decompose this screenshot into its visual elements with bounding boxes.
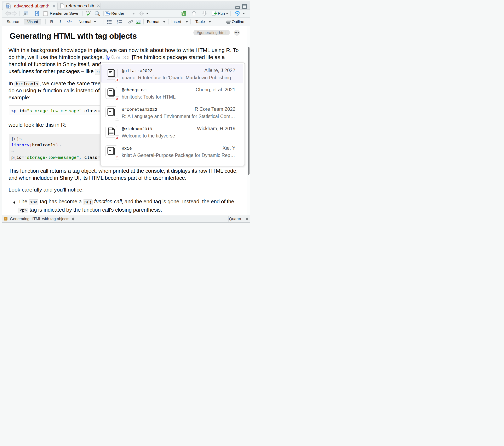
svg-text:ABC: ABC xyxy=(86,11,91,14)
svg-text:2: 2 xyxy=(117,22,118,24)
svg-text:1: 1 xyxy=(117,20,118,22)
svg-text:C: C xyxy=(183,12,185,16)
